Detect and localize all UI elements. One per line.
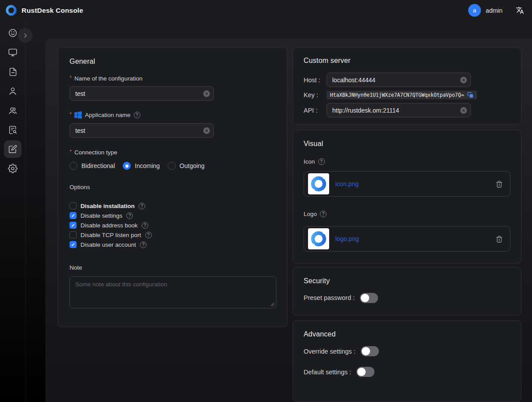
help-icon[interactable] [134,112,140,118]
checkbox-icon [70,231,77,238]
icon-thumbnail [308,173,329,194]
trash-icon [495,235,503,243]
general-title: General [70,58,275,66]
clear-icon[interactable] [460,77,467,83]
sidebar-item-documents[interactable] [0,62,26,81]
application-name-field [70,123,214,138]
translate-icon [516,6,524,15]
options-label: Options [70,184,275,190]
default-settings-toggle[interactable] [356,367,374,377]
key-value-box: HtaXBkJNHyn0e1U1jWXze7A7CN7QTGWqxkOtpaVp… [327,91,477,99]
security-title: Security [304,277,510,285]
radio-dot [123,162,131,170]
host-input[interactable] [327,73,471,87]
rustdesk-logo-icon [5,4,17,16]
key-value: HtaXBkJNHyn0e1U1jWXze7A7CN7QTGWqxkOtpaVp… [330,92,464,98]
override-settings-row: Override settings : [304,346,510,356]
checkbox-disable-address-book[interactable]: Disable address book [70,220,275,230]
resize-handle-icon[interactable] [270,302,275,307]
help-icon[interactable] [145,232,152,238]
config-name-input[interactable] [70,86,214,101]
clear-icon[interactable] [203,127,210,134]
gear-icon [8,164,18,173]
key-row: Key : HtaXBkJNHyn0e1U1jWXze7A7CN7QTGWqxk… [304,91,510,99]
document-icon [8,67,18,77]
radio-bidirectional[interactable]: Bidirectional [70,162,115,170]
general-card: General Name of the configuration [58,48,287,327]
preset-password-toggle[interactable] [360,293,378,303]
visual-card: Visual Icon [293,130,521,263]
checkbox-icon [70,212,77,219]
key-label: Key : [304,91,327,99]
preset-password-label: Preset password : [304,294,355,301]
help-icon[interactable] [139,203,145,209]
help-icon[interactable] [140,241,147,248]
sidebar-item-groups[interactable] [0,101,26,120]
document-search-icon [8,125,18,135]
copy-icon [467,92,473,98]
advanced-card: Advanced Override settings : Default set… [293,320,521,402]
options-group: Disable installation Disable settings Di… [70,201,275,249]
language-button[interactable] [516,6,524,15]
user-menu[interactable]: admin [486,7,503,14]
radio-dot [168,162,176,170]
brand: RustDesk Console [5,4,83,16]
app-title: RustDesk Console [22,7,83,15]
windows-logo-icon [74,111,82,119]
left-column: General Name of the configuration [58,48,287,402]
checkbox-disable-installation[interactable]: Disable installation [70,201,275,211]
config-name-field [70,86,214,101]
sidebar [0,21,26,402]
users-icon [8,106,18,115]
clear-icon[interactable] [203,90,210,97]
checkbox-disable-tcp-listen-port[interactable]: Disable TCP listen port [70,230,275,240]
checkbox-icon [70,202,77,209]
checkbox-disable-user-account[interactable]: Disable user account [70,240,275,249]
workspace: General Name of the configuration [0,21,532,402]
delete-icon-button[interactable] [495,180,503,188]
help-icon[interactable] [318,158,325,165]
radio-outgoing[interactable]: Outgoing [168,162,205,170]
radio-incoming[interactable]: Incoming [123,162,160,170]
icon-label: Icon [304,158,510,165]
default-settings-label: Default settings : [304,369,351,376]
checkbox-disable-settings[interactable]: Disable settings [70,211,275,220]
sidebar-item-settings[interactable] [0,159,26,178]
host-row: Host : [304,73,510,87]
default-settings-row: Default settings : [304,367,510,377]
advanced-title: Advanced [304,330,510,338]
icon-filename-link[interactable]: icon.png [335,180,359,187]
header-right: a admin [468,4,524,17]
sidebar-expand-button[interactable] [18,28,33,43]
copy-button[interactable] [467,92,473,98]
clear-icon[interactable] [460,107,467,113]
preset-password-row: Preset password : [304,293,510,303]
host-field [327,73,471,87]
icon-file-row: icon.png [304,171,510,197]
note-textarea[interactable] [70,276,276,308]
sidebar-item-devices[interactable] [0,43,26,62]
required-asterisk [70,75,72,80]
api-input[interactable] [327,103,471,117]
avatar-letter: a [473,7,476,14]
sidebar-item-configurations[interactable] [0,139,26,159]
security-card: Security Preset password : [293,267,521,315]
override-settings-toggle[interactable] [361,346,379,356]
help-icon[interactable] [320,211,327,217]
custom-server-card: Custom server Host : Key : HtaXBkJNHyn0e… [293,48,521,124]
top-bar: RustDesk Console a admin [0,0,532,21]
help-icon[interactable] [126,212,133,219]
chevron-right-icon [22,32,29,39]
application-name-input[interactable] [70,123,214,138]
checkbox-icon [70,222,77,229]
sidebar-item-audit[interactable] [0,120,26,139]
logo-filename-link[interactable]: logo.png [335,235,359,242]
help-icon[interactable] [142,222,148,229]
connection-type-label: Connection type [70,149,275,156]
note-label: Note [70,264,275,271]
delete-logo-button[interactable] [495,235,503,243]
override-settings-label: Override settings : [304,348,356,355]
avatar[interactable]: a [468,4,481,17]
sidebar-item-users[interactable] [0,81,26,101]
visual-title: Visual [304,140,510,148]
